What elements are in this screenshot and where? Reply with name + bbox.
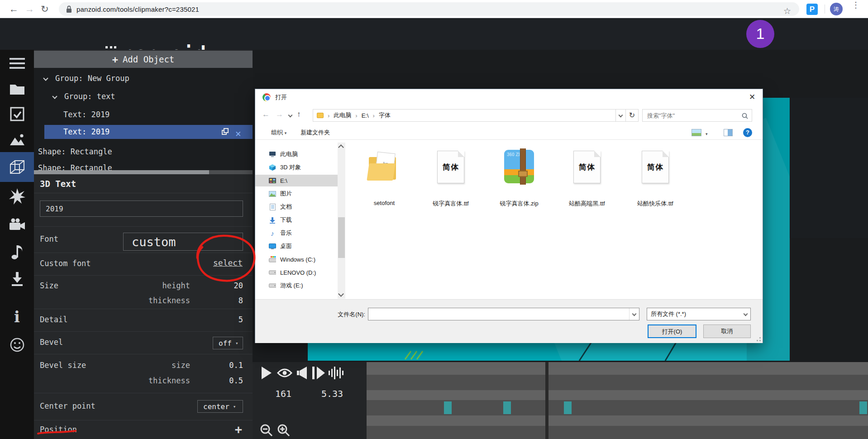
camera-icon[interactable] <box>0 212 34 237</box>
nav-drive-e-games[interactable]: 游戏 (E:) <box>255 280 338 291</box>
file-zip[interactable]: 360 ZIP 锐字真言体.zip <box>492 146 546 215</box>
nav-drive-c[interactable]: Windows (C:) <box>255 253 338 265</box>
view-dropdown-icon[interactable]: ▾ <box>706 132 708 136</box>
preview-pane-icon[interactable] <box>724 129 733 136</box>
bevel-thickness-value[interactable]: 0.5 <box>229 376 243 385</box>
file-font-ttf-3[interactable]: 简体 站酷快乐体.ttf <box>628 146 682 215</box>
audio-mute-button[interactable] <box>297 367 307 381</box>
smiley-icon[interactable] <box>0 332 34 358</box>
chevron-down-icon[interactable] <box>52 94 57 99</box>
organize-menu[interactable]: 组织 ▾ <box>271 129 286 137</box>
file-font-ttf-2[interactable]: 简体 站酷高端黑.ttf <box>560 146 614 215</box>
filename-combobox[interactable] <box>368 308 639 320</box>
browser-forward-icon[interactable]: → <box>25 0 34 18</box>
nav-music[interactable]: ♪ 音乐 <box>255 227 338 239</box>
nav-desktop[interactable]: 桌面 <box>255 240 338 252</box>
thumbnail-view-icon[interactable] <box>692 129 701 136</box>
breadcrumb-dropdown-icon[interactable] <box>616 109 626 122</box>
music-icon[interactable] <box>0 239 34 264</box>
scroll-down-icon[interactable] <box>338 291 344 297</box>
tree-text-row-selected[interactable]: Text: 2019 ✕ <box>44 125 253 139</box>
tree-group-row[interactable]: Group: New Group <box>34 72 253 85</box>
breadcrumb-this-pc[interactable]: 此电脑 <box>334 111 351 119</box>
menu-icon[interactable] <box>0 51 34 76</box>
step-forward-button[interactable] <box>312 367 325 381</box>
waveform-button[interactable] <box>329 367 345 381</box>
address-bar[interactable]: panzoid.com/tools/clipmaker?c=235021 ☆ <box>59 2 799 16</box>
delete-x-icon[interactable]: ✕ <box>235 127 241 140</box>
zoom-in-icon[interactable] <box>277 424 291 439</box>
search-box[interactable] <box>642 109 752 122</box>
size-thickness-value[interactable]: 8 <box>238 296 243 305</box>
effects-burst-icon[interactable] <box>0 184 34 209</box>
breadcrumb[interactable]: › 此电脑 › E:\ › 字体 <box>313 109 616 122</box>
breadcrumb-drive[interactable]: E:\ <box>362 112 369 119</box>
timeline-keyframe-marker[interactable] <box>564 401 572 414</box>
center-point-dropdown[interactable]: center ▾ <box>197 400 243 413</box>
nav-documents[interactable]: 文档 <box>255 201 338 213</box>
info-icon[interactable]: i <box>0 304 34 329</box>
position-add-button[interactable]: + <box>235 422 242 436</box>
projects-folder-icon[interactable] <box>0 76 34 101</box>
nav-3d-objects[interactable]: 3D 对象 <box>255 162 338 173</box>
render-checkbox-icon[interactable] <box>0 101 34 127</box>
timeline-keyframe-marker[interactable] <box>503 401 511 414</box>
dialog-close-icon[interactable]: ✕ <box>742 89 763 105</box>
extension-icon[interactable]: P <box>806 4 818 15</box>
history-chevron-icon[interactable] <box>288 113 293 118</box>
browser-back-icon[interactable]: ← <box>9 0 19 18</box>
nav-scrollbar[interactable] <box>338 143 345 299</box>
tree-scrollbar[interactable] <box>34 170 253 174</box>
tree-shape-row[interactable]: Shape: Rectangle <box>34 145 253 158</box>
scroll-up-icon[interactable] <box>338 144 344 150</box>
file-font-ttf-1[interactable]: 简体 锐字真言体.ttf <box>424 146 478 215</box>
resize-grip[interactable] <box>754 335 761 341</box>
size-height-value[interactable]: 20 <box>234 281 243 290</box>
download-icon[interactable] <box>0 266 34 291</box>
tree-text-row[interactable]: Text: 2019 <box>34 108 253 121</box>
nav-this-pc[interactable]: 此电脑 <box>255 148 338 160</box>
images-icon[interactable] <box>0 127 34 152</box>
tree-group-row[interactable]: Group: text <box>34 90 253 103</box>
font-select[interactable]: custom <box>123 233 243 251</box>
open-button[interactable]: 打开(O) <box>648 324 696 338</box>
new-folder-button[interactable]: 新建文件夹 <box>300 129 330 137</box>
file-type-dropdown[interactable]: 所有文件 (*.*) <box>647 308 751 320</box>
dialog-back-icon[interactable]: ← <box>262 110 270 119</box>
nav-drive-e[interactable]: E:\ <box>255 175 338 186</box>
nav-pictures[interactable]: 图片 <box>255 188 338 200</box>
add-object-button[interactable]: + Add Object <box>34 51 253 68</box>
help-icon[interactable]: ? <box>743 128 752 137</box>
tree-shape-row[interactable]: Shape: Rectangle <box>34 161 253 170</box>
nav-drive-d[interactable]: LENOVO (D:) <box>255 267 338 278</box>
scrollbar-thumb[interactable] <box>338 217 345 258</box>
dialog-forward-icon[interactable]: → <box>276 110 283 119</box>
refresh-icon[interactable]: ↻ <box>626 109 639 122</box>
bevel-size-value[interactable]: 0.1 <box>229 361 243 370</box>
bevel-dropdown[interactable]: off ▾ <box>213 337 243 349</box>
browser-refresh-icon[interactable]: ↻ <box>41 0 49 18</box>
cancel-button[interactable]: 取消 <box>703 324 751 338</box>
dialog-title-bar[interactable]: 打开 <box>255 89 763 105</box>
play-button[interactable] <box>262 367 272 381</box>
text-value-input[interactable] <box>40 200 243 217</box>
filename-input[interactable] <box>368 308 626 320</box>
zoom-out-icon[interactable] <box>260 424 273 439</box>
detail-value[interactable]: 5 <box>238 315 243 324</box>
file-setofont[interactable]: bg setofont <box>357 146 411 215</box>
objects-3d-cube-icon[interactable] <box>0 152 34 182</box>
chevron-down-icon[interactable] <box>43 76 48 81</box>
breadcrumb-folder[interactable]: 字体 <box>379 111 391 119</box>
timeline-keyframe-marker[interactable] <box>444 401 452 414</box>
profile-avatar[interactable]: 涛 <box>830 3 843 15</box>
dialog-up-icon[interactable]: ↑ <box>297 110 301 119</box>
duplicate-icon[interactable] <box>222 128 229 136</box>
custom-font-select-link[interactable]: select <box>213 258 243 267</box>
chevron-down-icon[interactable] <box>629 308 639 320</box>
preview-eye-button[interactable] <box>277 367 292 381</box>
search-input[interactable] <box>643 110 735 121</box>
timeline-keyframe-marker[interactable] <box>859 401 867 414</box>
nav-downloads[interactable]: 下载 <box>255 214 338 226</box>
bookmark-star-icon[interactable]: ☆ <box>783 6 791 16</box>
browser-menu-icon[interactable]: ⋮ <box>852 3 858 7</box>
